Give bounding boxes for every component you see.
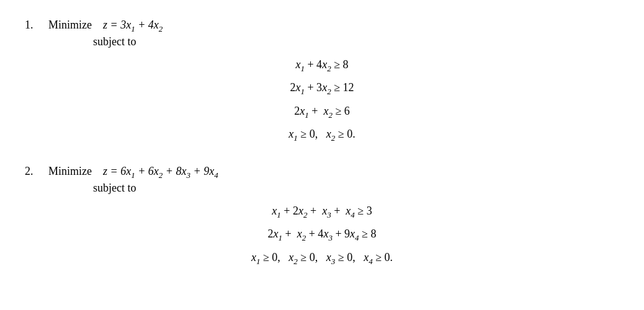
problem-1-constraint-4: x1 ≥ 0, x2 ≥ 0. bbox=[288, 123, 355, 146]
problem-1-subject-label: subject to bbox=[93, 35, 136, 48]
problem-1-constraints: x1 + 4x2 ≥ 8 2x1 + 3x2 ≥ 12 2x1 + x2 ≥ 6… bbox=[25, 53, 619, 146]
problem-2: 2. Minimize z = 6x1 + 6x2 + 8x3 + 9x4 su… bbox=[25, 165, 619, 269]
problem-1-header: 1. Minimize z = 3x1 + 4x2 bbox=[25, 19, 619, 34]
problem-1-number: 1. bbox=[25, 19, 43, 32]
problem-1-objective: z = 3x1 + 4x2 bbox=[103, 19, 163, 34]
problem-1-label: Minimize bbox=[48, 19, 98, 32]
problem-2-constraint-1: x1 + 2x2 + x3 + x4 ≥ 3 bbox=[272, 200, 372, 223]
problem-2-number: 2. bbox=[25, 165, 43, 178]
problem-1-constraint-3: 2x1 + x2 ≥ 6 bbox=[294, 100, 350, 123]
problem-1-subject-to: subject to bbox=[25, 35, 619, 48]
page-content: 1. Minimize z = 3x1 + 4x2 subject to x1 … bbox=[25, 19, 619, 269]
problem-1-constraint-1: x1 + 4x2 ≥ 8 bbox=[295, 53, 348, 77]
problem-1-constraint-2: 2x1 + 3x2 ≥ 12 bbox=[290, 76, 354, 100]
problem-1: 1. Minimize z = 3x1 + 4x2 subject to x1 … bbox=[25, 19, 619, 146]
problem-2-subject-to: subject to bbox=[25, 182, 619, 195]
problem-2-constraint-3: x1 ≥ 0, x2 ≥ 0, x3 ≥ 0, x4 ≥ 0. bbox=[251, 246, 393, 270]
problem-2-objective: z = 6x1 + 6x2 + 8x3 + 9x4 bbox=[103, 165, 218, 180]
problem-2-constraint-2: 2x1 + x2 + 4x3 + 9x4 ≥ 8 bbox=[268, 223, 377, 246]
problem-2-subject-label: subject to bbox=[93, 182, 136, 195]
problem-2-constraints: x1 + 2x2 + x3 + x4 ≥ 3 2x1 + x2 + 4x3 + … bbox=[25, 200, 619, 270]
problem-2-header: 2. Minimize z = 6x1 + 6x2 + 8x3 + 9x4 bbox=[25, 165, 619, 180]
problem-2-label: Minimize bbox=[48, 165, 98, 178]
